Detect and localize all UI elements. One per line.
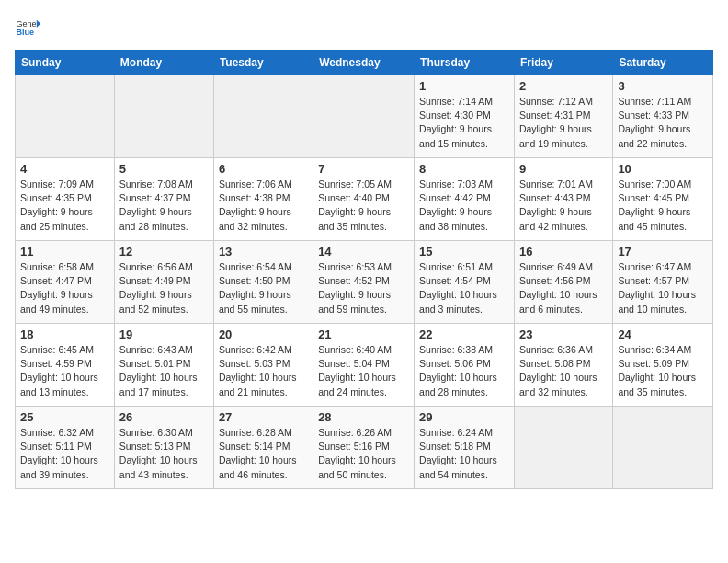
calendar-cell: 22Sunrise: 6:38 AM Sunset: 5:06 PM Dayli…	[415, 324, 515, 407]
day-number: 11	[20, 245, 109, 259]
day-info: Sunrise: 6:54 AM Sunset: 4:50 PM Dayligh…	[219, 260, 308, 316]
day-number: 21	[318, 327, 409, 341]
col-header-wednesday: Wednesday	[313, 51, 415, 75]
calendar-cell: 6Sunrise: 7:06 AM Sunset: 4:38 PM Daylig…	[213, 158, 313, 241]
day-number: 22	[419, 327, 509, 341]
day-number: 17	[618, 245, 708, 259]
day-info: Sunrise: 6:49 AM Sunset: 4:56 PM Dayligh…	[519, 260, 608, 316]
calendar-table: SundayMondayTuesdayWednesdayThursdayFrid…	[15, 50, 713, 489]
day-info: Sunrise: 7:05 AM Sunset: 4:40 PM Dayligh…	[318, 178, 409, 234]
page-header: General Blue	[15, 15, 713, 40]
week-row-2: 11Sunrise: 6:58 AM Sunset: 4:47 PM Dayli…	[16, 241, 713, 324]
calendar-cell: 18Sunrise: 6:45 AM Sunset: 4:59 PM Dayli…	[16, 324, 115, 407]
day-number: 12	[119, 245, 209, 259]
calendar-cell: 19Sunrise: 6:43 AM Sunset: 5:01 PM Dayli…	[114, 324, 213, 407]
day-info: Sunrise: 6:28 AM Sunset: 5:14 PM Dayligh…	[219, 426, 308, 482]
day-info: Sunrise: 6:51 AM Sunset: 4:54 PM Dayligh…	[419, 260, 509, 316]
day-number: 20	[219, 327, 308, 341]
day-info: Sunrise: 6:42 AM Sunset: 5:03 PM Dayligh…	[219, 343, 308, 399]
calendar-body: 1Sunrise: 7:14 AM Sunset: 4:30 PM Daylig…	[16, 75, 713, 489]
calendar-cell: 24Sunrise: 6:34 AM Sunset: 5:09 PM Dayli…	[613, 324, 713, 407]
day-number: 10	[618, 162, 708, 176]
day-info: Sunrise: 7:11 AM Sunset: 4:33 PM Dayligh…	[618, 95, 708, 151]
calendar-cell	[514, 407, 612, 489]
week-row-3: 18Sunrise: 6:45 AM Sunset: 4:59 PM Dayli…	[16, 324, 713, 407]
day-info: Sunrise: 6:47 AM Sunset: 4:57 PM Dayligh…	[618, 260, 708, 316]
calendar-cell: 10Sunrise: 7:00 AM Sunset: 4:45 PM Dayli…	[613, 158, 713, 241]
calendar-cell: 4Sunrise: 7:09 AM Sunset: 4:35 PM Daylig…	[16, 158, 115, 241]
calendar-cell	[213, 75, 313, 158]
day-number: 6	[219, 162, 308, 176]
day-info: Sunrise: 6:45 AM Sunset: 4:59 PM Dayligh…	[20, 343, 109, 399]
day-number: 7	[318, 162, 409, 176]
col-header-thursday: Thursday	[415, 51, 515, 75]
day-number: 24	[618, 327, 708, 341]
day-info: Sunrise: 7:00 AM Sunset: 4:45 PM Dayligh…	[618, 178, 708, 234]
calendar-cell	[16, 75, 115, 158]
day-number: 26	[119, 410, 209, 424]
calendar-cell: 11Sunrise: 6:58 AM Sunset: 4:47 PM Dayli…	[16, 241, 115, 324]
day-info: Sunrise: 6:30 AM Sunset: 5:13 PM Dayligh…	[119, 426, 209, 482]
calendar-cell	[313, 75, 415, 158]
day-number: 15	[419, 245, 509, 259]
calendar-cell: 26Sunrise: 6:30 AM Sunset: 5:13 PM Dayli…	[114, 407, 213, 489]
day-info: Sunrise: 6:26 AM Sunset: 5:16 PM Dayligh…	[318, 426, 409, 482]
day-number: 13	[219, 245, 308, 259]
day-number: 9	[519, 162, 608, 176]
day-info: Sunrise: 6:56 AM Sunset: 4:49 PM Dayligh…	[119, 260, 209, 316]
day-info: Sunrise: 6:38 AM Sunset: 5:06 PM Dayligh…	[419, 343, 509, 399]
week-row-4: 25Sunrise: 6:32 AM Sunset: 5:11 PM Dayli…	[16, 407, 713, 489]
calendar-cell: 15Sunrise: 6:51 AM Sunset: 4:54 PM Dayli…	[415, 241, 515, 324]
day-number: 29	[419, 410, 509, 424]
calendar-cell: 21Sunrise: 6:40 AM Sunset: 5:04 PM Dayli…	[313, 324, 415, 407]
calendar-cell: 2Sunrise: 7:12 AM Sunset: 4:31 PM Daylig…	[514, 75, 612, 158]
col-header-friday: Friday	[514, 51, 612, 75]
day-number: 5	[119, 162, 209, 176]
day-number: 23	[519, 327, 608, 341]
calendar-cell: 29Sunrise: 6:24 AM Sunset: 5:18 PM Dayli…	[415, 407, 515, 489]
week-row-1: 4Sunrise: 7:09 AM Sunset: 4:35 PM Daylig…	[16, 158, 713, 241]
calendar-cell: 9Sunrise: 7:01 AM Sunset: 4:43 PM Daylig…	[514, 158, 612, 241]
day-info: Sunrise: 6:53 AM Sunset: 4:52 PM Dayligh…	[318, 260, 409, 316]
day-info: Sunrise: 6:34 AM Sunset: 5:09 PM Dayligh…	[618, 343, 708, 399]
day-number: 14	[318, 245, 409, 259]
day-number: 25	[20, 410, 109, 424]
calendar-cell: 8Sunrise: 7:03 AM Sunset: 4:42 PM Daylig…	[415, 158, 515, 241]
col-header-monday: Monday	[114, 51, 213, 75]
col-header-saturday: Saturday	[613, 51, 713, 75]
day-info: Sunrise: 7:03 AM Sunset: 4:42 PM Dayligh…	[419, 178, 509, 234]
calendar-cell: 3Sunrise: 7:11 AM Sunset: 4:33 PM Daylig…	[613, 75, 713, 158]
col-header-sunday: Sunday	[16, 51, 115, 75]
svg-text:Blue: Blue	[16, 28, 34, 37]
day-number: 8	[419, 162, 509, 176]
day-info: Sunrise: 6:36 AM Sunset: 5:08 PM Dayligh…	[519, 343, 608, 399]
calendar-cell: 14Sunrise: 6:53 AM Sunset: 4:52 PM Dayli…	[313, 241, 415, 324]
calendar-cell: 28Sunrise: 6:26 AM Sunset: 5:16 PM Dayli…	[313, 407, 415, 489]
day-info: Sunrise: 6:24 AM Sunset: 5:18 PM Dayligh…	[419, 426, 509, 482]
day-number: 1	[419, 79, 509, 93]
calendar-cell: 23Sunrise: 6:36 AM Sunset: 5:08 PM Dayli…	[514, 324, 612, 407]
day-info: Sunrise: 7:01 AM Sunset: 4:43 PM Dayligh…	[519, 178, 608, 234]
week-row-0: 1Sunrise: 7:14 AM Sunset: 4:30 PM Daylig…	[16, 75, 713, 158]
calendar-cell: 7Sunrise: 7:05 AM Sunset: 4:40 PM Daylig…	[313, 158, 415, 241]
day-info: Sunrise: 7:06 AM Sunset: 4:38 PM Dayligh…	[219, 178, 308, 234]
calendar-cell: 12Sunrise: 6:56 AM Sunset: 4:49 PM Dayli…	[114, 241, 213, 324]
logo: General Blue	[15, 15, 40, 40]
calendar-cell: 1Sunrise: 7:14 AM Sunset: 4:30 PM Daylig…	[415, 75, 515, 158]
calendar-header-row: SundayMondayTuesdayWednesdayThursdayFrid…	[16, 51, 713, 75]
calendar-cell: 16Sunrise: 6:49 AM Sunset: 4:56 PM Dayli…	[514, 241, 612, 324]
day-info: Sunrise: 6:32 AM Sunset: 5:11 PM Dayligh…	[20, 426, 109, 482]
day-number: 19	[119, 327, 209, 341]
logo-icon: General Blue	[15, 15, 40, 40]
day-number: 3	[618, 79, 708, 93]
day-info: Sunrise: 7:09 AM Sunset: 4:35 PM Dayligh…	[20, 178, 109, 234]
calendar-cell: 27Sunrise: 6:28 AM Sunset: 5:14 PM Dayli…	[213, 407, 313, 489]
day-number: 2	[519, 79, 608, 93]
day-info: Sunrise: 7:14 AM Sunset: 4:30 PM Dayligh…	[419, 95, 509, 151]
day-info: Sunrise: 6:58 AM Sunset: 4:47 PM Dayligh…	[20, 260, 109, 316]
calendar-cell: 25Sunrise: 6:32 AM Sunset: 5:11 PM Dayli…	[16, 407, 115, 489]
day-number: 4	[20, 162, 109, 176]
day-info: Sunrise: 7:12 AM Sunset: 4:31 PM Dayligh…	[519, 95, 608, 151]
calendar-cell: 5Sunrise: 7:08 AM Sunset: 4:37 PM Daylig…	[114, 158, 213, 241]
calendar-cell: 20Sunrise: 6:42 AM Sunset: 5:03 PM Dayli…	[213, 324, 313, 407]
